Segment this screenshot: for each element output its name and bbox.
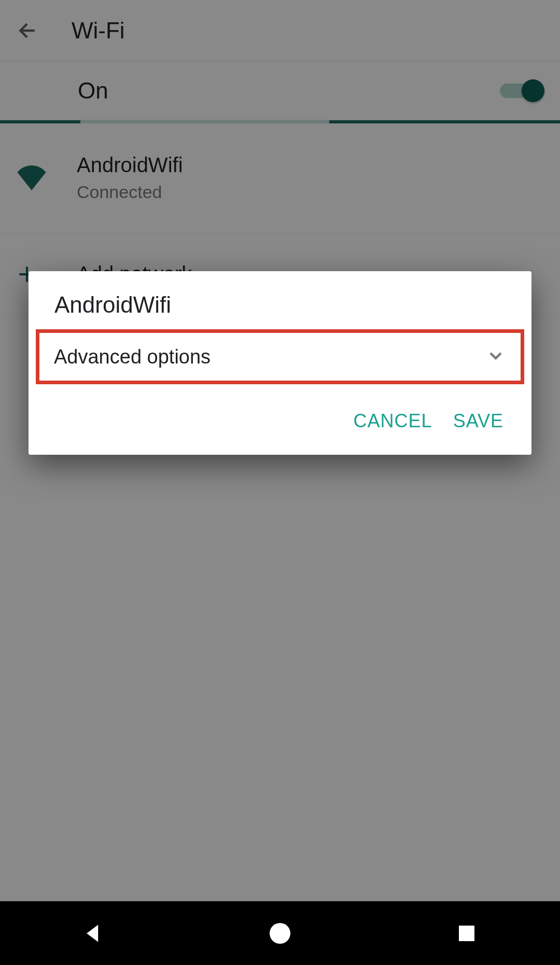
nav-back-icon: [82, 922, 105, 945]
dialog-actions: CANCEL SAVE: [29, 384, 531, 455]
wifi-edit-dialog: AndroidWifi Advanced options CANCEL SAVE: [29, 271, 531, 455]
modal-scrim[interactable]: [0, 0, 560, 965]
svg-point-0: [270, 923, 290, 944]
wifi-settings-screen: Wi-Fi On AndroidWifi Connected: [0, 0, 560, 965]
nav-home-button[interactable]: [239, 913, 321, 954]
advanced-options-label: Advanced options: [54, 346, 211, 368]
dialog-title: AndroidWifi: [29, 292, 531, 325]
nav-recents-icon: [456, 923, 477, 944]
nav-back-button[interactable]: [52, 913, 135, 954]
cancel-button[interactable]: CANCEL: [354, 410, 432, 432]
nav-recents-button[interactable]: [425, 913, 508, 954]
chevron-down-icon: [485, 345, 506, 368]
save-button[interactable]: SAVE: [453, 410, 503, 432]
system-nav-bar: [0, 901, 560, 965]
nav-home-icon: [268, 921, 292, 946]
svg-rect-1: [459, 926, 474, 941]
advanced-options-row[interactable]: Advanced options: [36, 329, 524, 384]
